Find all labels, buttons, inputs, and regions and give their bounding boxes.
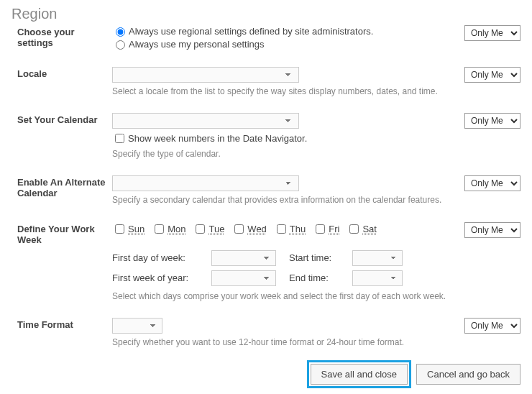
check-week-numbers-label: Show week numbers in the Date Navigator. [128,133,307,144]
day-sun[interactable]: Sun [112,222,145,236]
days-container: Sun Mon Tue Wed Thu Fri Sat [112,222,457,237]
select-first-day[interactable] [211,250,276,266]
label-calendar: Set Your Calendar [12,113,112,125]
desc-altcal: Specify a secondary calendar that provid… [112,194,457,206]
day-mon-label: Mon [168,224,185,234]
privacy-altcal[interactable]: Only Me [464,175,520,191]
select-locale[interactable] [112,67,299,83]
day-fri-input[interactable] [316,224,325,234]
day-sat[interactable]: Sat [347,222,377,236]
radio-personal[interactable]: Always use my personal settings [112,38,457,50]
day-fri[interactable]: Fri [313,222,339,236]
select-end-time[interactable] [352,270,403,286]
desc-calendar: Specify the type of calendar. [112,148,457,160]
cancel-button[interactable]: Cancel and go back [416,364,520,385]
select-calendar[interactable] [112,113,299,129]
row-workweek: Define Your Work Week Sun Mon Tue Wed Th… [12,222,520,302]
label-choose-settings: Choose your settings [12,25,112,48]
label-timeformat: Time Format [12,318,112,330]
select-altcal[interactable] [112,175,299,191]
row-choose-settings: Choose your settings Always use regional… [12,25,520,51]
desc-locale: Select a locale from the list to specify… [112,86,457,97]
start-time-label: Start time: [289,252,347,263]
day-wed-label: Wed [247,224,267,234]
row-timeformat: Time Format Specify whether you want to … [12,318,520,348]
row-altcal: Enable An Alternate Calendar Specify a s… [12,175,520,206]
select-first-week[interactable] [211,270,276,286]
day-thu-input[interactable] [277,224,286,234]
privacy-workweek[interactable]: Only Me [464,222,520,238]
day-wed[interactable]: Wed [231,222,267,236]
section-title: Region [12,6,520,22]
select-timeformat[interactable] [112,318,162,334]
desc-timeformat: Specify whether you want to use 12-hour … [112,336,457,348]
radio-personal-label: Always use my personal settings [129,39,265,50]
day-mon[interactable]: Mon [152,222,185,236]
radio-regional-label: Always use regional settings defined by … [129,26,373,37]
radio-regional[interactable]: Always use regional settings defined by … [112,25,457,37]
day-tue-label: Tue [208,224,224,234]
day-sat-label: Sat [362,224,377,234]
row-calendar: Set Your Calendar Show week numbers in t… [12,113,520,160]
day-sat-input[interactable] [349,224,359,234]
select-start-time[interactable] [352,250,403,266]
label-altcal: Enable An Alternate Calendar [12,175,112,198]
privacy-calendar[interactable]: Only Me [464,113,520,129]
day-sun-input[interactable] [115,224,124,234]
day-fri-label: Fri [329,224,339,234]
privacy-timeformat[interactable]: Only Me [464,318,520,334]
day-mon-input[interactable] [155,224,164,234]
radio-regional-input[interactable] [116,27,125,37]
day-wed-input[interactable] [234,224,244,234]
first-day-label: First day of week: [112,252,206,263]
day-tue-input[interactable] [196,224,205,234]
row-locale: Locale Select a locale from the list to … [12,67,520,97]
first-week-label: First week of year: [112,272,206,283]
privacy-locale[interactable]: Only Me [464,67,520,83]
radio-personal-input[interactable] [116,40,125,50]
desc-workweek: Select which days comprise your work wee… [112,290,457,302]
privacy-choose[interactable]: Only Me [464,25,520,41]
day-tue[interactable]: Tue [193,222,224,236]
save-button[interactable]: Save all and close [311,364,408,385]
day-sun-label: Sun [128,224,145,234]
day-thu[interactable]: Thu [274,222,306,236]
day-thu-label: Thu [290,224,306,234]
end-time-label: End time: [289,272,347,283]
label-locale: Locale [12,67,112,79]
footer: Save all and close Cancel and go back [12,364,520,385]
check-week-numbers[interactable]: Show week numbers in the Date Navigator. [112,132,457,145]
check-week-numbers-input[interactable] [115,134,124,143]
label-workweek: Define Your Work Week [12,222,112,245]
